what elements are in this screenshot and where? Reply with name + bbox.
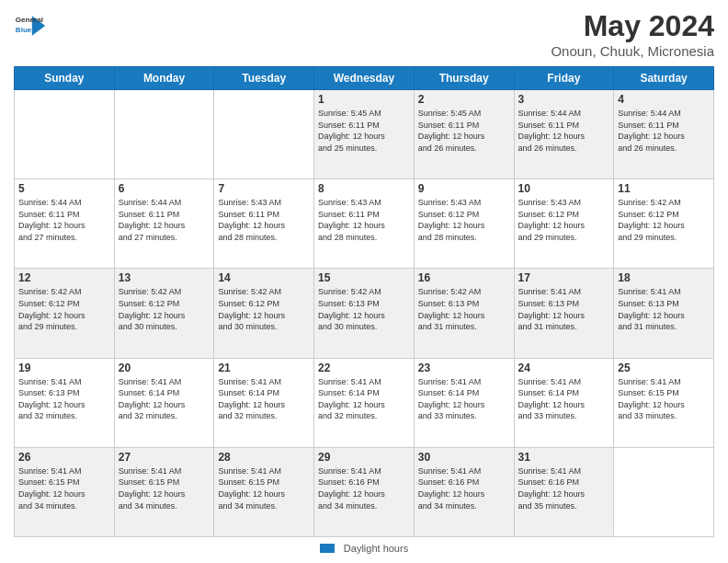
weekday-header-monday: Monday [114,67,214,90]
day-info: Sunrise: 5:42 AM Sunset: 6:12 PM Dayligh… [119,286,210,332]
calendar-cell: 18Sunrise: 5:41 AM Sunset: 6:13 PM Dayli… [614,269,714,358]
calendar-week-row: 5Sunrise: 5:44 AM Sunset: 6:11 PM Daylig… [15,179,714,269]
calendar-cell: 26Sunrise: 5:41 AM Sunset: 6:15 PM Dayli… [15,447,115,536]
day-number: 10 [518,182,610,195]
calendar-cell [614,447,714,536]
day-number: 4 [618,93,710,106]
day-info: Sunrise: 5:41 AM Sunset: 6:14 PM Dayligh… [119,376,210,422]
calendar-week-row: 26Sunrise: 5:41 AM Sunset: 6:15 PM Dayli… [15,447,714,536]
day-number: 25 [618,362,710,374]
day-number: 5 [18,182,110,195]
day-info: Sunrise: 5:41 AM Sunset: 6:13 PM Dayligh… [618,286,710,332]
day-number: 17 [518,271,610,284]
weekday-header-thursday: Thursday [414,67,514,90]
title-block: May 2024 Onoun, Chuuk, Micronesia [551,9,714,59]
calendar-cell: 3Sunrise: 5:44 AM Sunset: 6:11 PM Daylig… [514,90,614,179]
calendar-cell: 24Sunrise: 5:41 AM Sunset: 6:14 PM Dayli… [514,358,614,447]
calendar-cell [15,90,115,179]
day-number: 18 [618,271,710,284]
footer: Daylight hours [14,543,714,554]
calendar-cell: 21Sunrise: 5:41 AM Sunset: 6:14 PM Dayli… [214,358,314,447]
logo: General Blue [14,9,47,42]
day-info: Sunrise: 5:41 AM Sunset: 6:15 PM Dayligh… [18,465,110,511]
calendar-cell: 4Sunrise: 5:44 AM Sunset: 6:11 PM Daylig… [614,90,714,179]
day-info: Sunrise: 5:42 AM Sunset: 6:13 PM Dayligh… [318,286,410,332]
day-number: 21 [218,362,310,374]
day-info: Sunrise: 5:41 AM Sunset: 6:14 PM Dayligh… [418,376,510,422]
day-number: 30 [418,451,510,464]
calendar-cell: 2Sunrise: 5:45 AM Sunset: 6:11 PM Daylig… [414,90,514,179]
calendar-week-row: 19Sunrise: 5:41 AM Sunset: 6:13 PM Dayli… [15,358,714,447]
calendar-cell: 19Sunrise: 5:41 AM Sunset: 6:13 PM Dayli… [15,358,115,447]
calendar-cell: 8Sunrise: 5:43 AM Sunset: 6:11 PM Daylig… [314,179,415,269]
calendar-cell [114,90,214,179]
day-number: 13 [119,271,210,284]
subtitle: Onoun, Chuuk, Micronesia [551,43,714,59]
calendar-cell: 30Sunrise: 5:41 AM Sunset: 6:16 PM Dayli… [414,447,514,536]
day-number: 26 [18,451,110,464]
calendar-cell: 27Sunrise: 5:41 AM Sunset: 6:15 PM Dayli… [114,447,214,536]
day-info: Sunrise: 5:44 AM Sunset: 6:11 PM Dayligh… [518,108,610,154]
day-info: Sunrise: 5:41 AM Sunset: 6:15 PM Dayligh… [618,376,710,422]
day-number: 3 [518,93,610,106]
day-info: Sunrise: 5:45 AM Sunset: 6:11 PM Dayligh… [418,108,510,154]
day-number: 1 [318,93,410,106]
calendar-cell: 13Sunrise: 5:42 AM Sunset: 6:12 PM Dayli… [114,269,214,358]
calendar-cell: 20Sunrise: 5:41 AM Sunset: 6:14 PM Dayli… [114,358,214,447]
day-info: Sunrise: 5:42 AM Sunset: 6:12 PM Dayligh… [18,286,110,332]
day-number: 20 [119,362,210,374]
calendar-cell: 14Sunrise: 5:42 AM Sunset: 6:12 PM Dayli… [214,269,314,358]
calendar-cell: 5Sunrise: 5:44 AM Sunset: 6:11 PM Daylig… [15,179,115,269]
day-info: Sunrise: 5:42 AM Sunset: 6:12 PM Dayligh… [618,197,710,243]
calendar-cell: 22Sunrise: 5:41 AM Sunset: 6:14 PM Dayli… [314,358,415,447]
day-info: Sunrise: 5:44 AM Sunset: 6:11 PM Dayligh… [618,108,710,154]
day-number: 23 [418,362,510,374]
day-info: Sunrise: 5:41 AM Sunset: 6:15 PM Dayligh… [218,465,310,511]
svg-text:General: General [16,16,43,24]
day-info: Sunrise: 5:44 AM Sunset: 6:11 PM Dayligh… [18,197,110,243]
day-number: 29 [318,451,410,464]
calendar-cell: 23Sunrise: 5:41 AM Sunset: 6:14 PM Dayli… [414,358,514,447]
weekday-header-wednesday: Wednesday [314,67,415,90]
calendar-cell: 25Sunrise: 5:41 AM Sunset: 6:15 PM Dayli… [614,358,714,447]
calendar-cell: 17Sunrise: 5:41 AM Sunset: 6:13 PM Dayli… [514,269,614,358]
page: General Blue May 2024 Onoun, Chuuk, Micr… [0,0,728,563]
calendar-cell: 10Sunrise: 5:43 AM Sunset: 6:12 PM Dayli… [514,179,614,269]
day-number: 2 [418,93,510,106]
day-info: Sunrise: 5:41 AM Sunset: 6:15 PM Dayligh… [119,465,210,511]
day-info: Sunrise: 5:41 AM Sunset: 6:16 PM Dayligh… [318,465,410,511]
day-info: Sunrise: 5:41 AM Sunset: 6:16 PM Dayligh… [518,465,610,511]
calendar-cell: 7Sunrise: 5:43 AM Sunset: 6:11 PM Daylig… [214,179,314,269]
day-info: Sunrise: 5:42 AM Sunset: 6:12 PM Dayligh… [218,286,310,332]
day-number: 31 [518,451,610,464]
day-number: 24 [518,362,610,374]
day-info: Sunrise: 5:41 AM Sunset: 6:13 PM Dayligh… [518,286,610,332]
calendar-cell: 9Sunrise: 5:43 AM Sunset: 6:12 PM Daylig… [414,179,514,269]
calendar-cell: 6Sunrise: 5:44 AM Sunset: 6:11 PM Daylig… [114,179,214,269]
calendar-cell: 11Sunrise: 5:42 AM Sunset: 6:12 PM Dayli… [614,179,714,269]
day-info: Sunrise: 5:44 AM Sunset: 6:11 PM Dayligh… [119,197,210,243]
calendar-cell [214,90,314,179]
weekday-header-sunday: Sunday [15,67,115,90]
day-number: 22 [318,362,410,374]
calendar-cell: 1Sunrise: 5:45 AM Sunset: 6:11 PM Daylig… [314,90,415,179]
day-info: Sunrise: 5:43 AM Sunset: 6:11 PM Dayligh… [218,197,310,243]
day-info: Sunrise: 5:41 AM Sunset: 6:14 PM Dayligh… [318,376,410,422]
day-number: 28 [218,451,310,464]
day-info: Sunrise: 5:41 AM Sunset: 6:14 PM Dayligh… [518,376,610,422]
calendar-week-row: 12Sunrise: 5:42 AM Sunset: 6:12 PM Dayli… [15,269,714,358]
day-info: Sunrise: 5:43 AM Sunset: 6:12 PM Dayligh… [518,197,610,243]
day-number: 8 [318,182,410,195]
day-number: 16 [418,271,510,284]
day-number: 6 [119,182,210,195]
weekday-header-friday: Friday [514,67,614,90]
legend-box-icon [320,544,335,553]
calendar-cell: 15Sunrise: 5:42 AM Sunset: 6:13 PM Dayli… [314,269,415,358]
calendar-cell: 16Sunrise: 5:42 AM Sunset: 6:13 PM Dayli… [414,269,514,358]
calendar-table: SundayMondayTuesdayWednesdayThursdayFrid… [14,66,714,537]
day-info: Sunrise: 5:42 AM Sunset: 6:13 PM Dayligh… [418,286,510,332]
day-number: 7 [218,182,310,195]
day-number: 14 [218,271,310,284]
day-info: Sunrise: 5:45 AM Sunset: 6:11 PM Dayligh… [318,108,410,154]
weekday-header-saturday: Saturday [614,67,714,90]
